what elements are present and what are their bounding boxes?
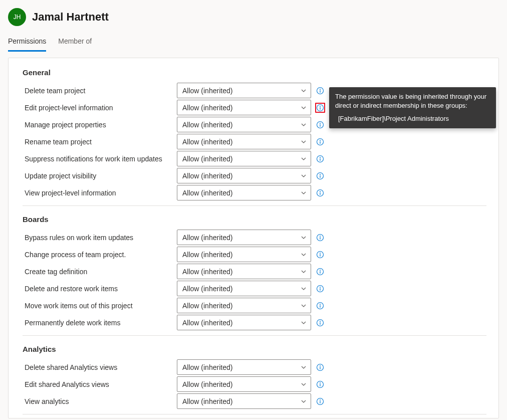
info-icon	[316, 121, 324, 129]
permission-info-button[interactable]	[315, 362, 325, 372]
permission-value: Allow (inherited)	[182, 363, 232, 371]
permission-value: Allow (inherited)	[182, 302, 232, 310]
permission-label: Rename team project	[23, 138, 173, 146]
permission-info-button[interactable]	[315, 301, 325, 311]
permission-label: Move work items out of this project	[23, 302, 173, 310]
chevron-down-icon	[301, 156, 307, 162]
info-icon	[316, 363, 324, 371]
permissions-panel: GeneralDelete team projectAllow (inherit…	[8, 58, 499, 418]
permission-row: Update project visibilityAllow (inherite…	[23, 168, 486, 183]
permission-info-button[interactable]	[315, 120, 325, 130]
permission-value: Allow (inherited)	[182, 285, 232, 293]
svg-rect-32	[320, 288, 320, 290]
permission-info-button[interactable]	[315, 171, 325, 181]
permission-info-button[interactable]	[315, 154, 325, 164]
permission-info-button[interactable]	[315, 318, 325, 328]
chevron-down-icon	[301, 235, 307, 241]
permission-info-button[interactable]	[315, 250, 325, 260]
chevron-down-icon	[301, 252, 307, 258]
svg-point-1	[320, 89, 321, 90]
permission-value: Allow (inherited)	[182, 397, 232, 405]
section-divider	[23, 335, 486, 336]
svg-point-13	[320, 157, 321, 158]
permission-row: Delete shared Analytics viewsAllow (inhe…	[23, 359, 486, 375]
info-icon	[316, 397, 324, 405]
svg-point-46	[320, 399, 321, 400]
svg-point-40	[320, 365, 321, 366]
permission-dropdown[interactable]: Allow (inherited)	[177, 185, 311, 200]
permission-info-button[interactable]	[315, 188, 325, 198]
chevron-down-icon	[301, 303, 307, 309]
info-icon	[316, 380, 324, 388]
permission-dropdown[interactable]: Allow (inherited)	[177, 264, 311, 279]
svg-rect-47	[320, 400, 320, 403]
permission-dropdown[interactable]: Allow (inherited)	[177, 117, 311, 132]
svg-rect-17	[320, 175, 320, 177]
info-icon	[316, 189, 324, 197]
permission-dropdown[interactable]: Allow (inherited)	[177, 230, 311, 245]
section-divider	[23, 205, 486, 206]
permission-dropdown[interactable]: Allow (inherited)	[177, 100, 311, 115]
permission-dropdown[interactable]: Allow (inherited)	[177, 281, 311, 296]
permission-dropdown[interactable]: Allow (inherited)	[177, 168, 311, 183]
tab-permissions[interactable]: Permissions	[8, 34, 46, 52]
section-divider	[23, 414, 486, 414]
permission-dropdown[interactable]: Allow (inherited)	[177, 83, 311, 98]
permission-info-button[interactable]	[315, 396, 325, 406]
permission-info-button[interactable]	[315, 267, 325, 277]
chevron-down-icon	[301, 139, 307, 145]
permission-dropdown[interactable]: Allow (inherited)	[177, 298, 311, 313]
info-icon	[316, 234, 324, 242]
permission-dropdown[interactable]: Allow (inherited)	[177, 376, 311, 392]
permission-label: Delete and restore work items	[23, 285, 173, 293]
permission-label: Delete team project	[23, 87, 173, 95]
permission-value: Allow (inherited)	[182, 87, 232, 95]
svg-rect-35	[320, 305, 320, 307]
permission-label: Permanently delete work items	[23, 319, 173, 327]
svg-rect-29	[320, 271, 320, 273]
svg-rect-41	[320, 366, 320, 369]
permission-dropdown[interactable]: Allow (inherited)	[177, 134, 311, 149]
tooltip-text: The permission value is being inherited …	[335, 92, 490, 110]
permission-info-button[interactable]	[315, 137, 325, 147]
info-icon	[316, 319, 324, 327]
permission-info-button[interactable]	[315, 233, 325, 243]
permission-row: View project-level informationAllow (inh…	[23, 185, 486, 200]
info-icon	[316, 285, 324, 293]
permission-dropdown[interactable]: Allow (inherited)	[177, 247, 311, 262]
svg-point-25	[320, 253, 321, 254]
permission-row: Create tag definitionAllow (inherited)	[23, 264, 486, 279]
permission-dropdown[interactable]: Allow (inherited)	[177, 393, 311, 409]
permission-row: View analyticsAllow (inherited)	[23, 393, 486, 409]
permission-label: Edit project-level information	[23, 104, 173, 112]
svg-point-34	[320, 304, 321, 305]
permission-value: Allow (inherited)	[182, 189, 232, 197]
chevron-down-icon	[301, 320, 307, 326]
permission-value: Allow (inherited)	[182, 251, 232, 259]
permission-dropdown[interactable]: Allow (inherited)	[177, 315, 311, 330]
svg-point-22	[320, 236, 321, 237]
permission-value: Allow (inherited)	[182, 138, 232, 146]
svg-rect-14	[320, 158, 320, 160]
permission-info-button[interactable]	[315, 284, 325, 294]
permission-row: Permanently delete work itemsAllow (inhe…	[23, 315, 486, 330]
tab-member-of[interactable]: Member of	[58, 34, 92, 52]
svg-rect-23	[320, 237, 320, 239]
info-icon	[316, 268, 324, 276]
svg-rect-38	[320, 322, 320, 324]
chevron-down-icon	[301, 88, 307, 94]
chevron-down-icon	[301, 381, 307, 387]
chevron-down-icon	[301, 269, 307, 275]
permission-dropdown[interactable]: Allow (inherited)	[177, 359, 311, 375]
user-header: JH Jamal Hartnett	[8, 4, 499, 34]
svg-rect-26	[320, 254, 320, 256]
permission-info-button[interactable]	[315, 103, 325, 113]
permission-label: Change process of team project.	[23, 251, 173, 259]
permission-dropdown[interactable]: Allow (inherited)	[177, 151, 311, 166]
permission-info-button[interactable]	[315, 86, 325, 96]
permission-info-button[interactable]	[315, 379, 325, 389]
svg-rect-2	[320, 90, 320, 92]
svg-point-28	[320, 270, 321, 271]
chevron-down-icon	[301, 364, 307, 370]
permission-label: Suppress notifications for work item upd…	[23, 155, 173, 163]
